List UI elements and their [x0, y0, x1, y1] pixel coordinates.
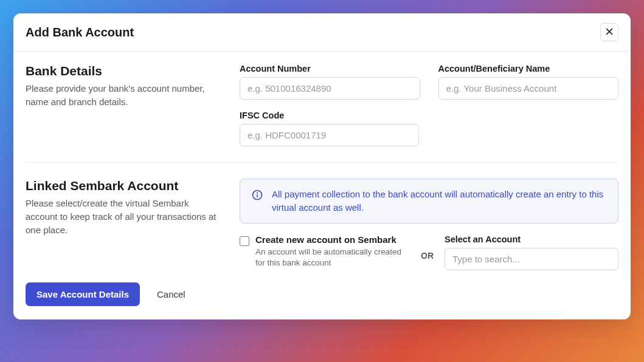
bank-details-section: Bank Details Please provide your bank's … — [26, 64, 618, 163]
close-button[interactable] — [600, 23, 618, 41]
add-bank-account-modal: Add Bank Account Bank Details Please pro… — [13, 13, 631, 319]
ifsc-label: IFSC Code — [240, 111, 419, 120]
save-button[interactable]: Save Account Details — [26, 282, 140, 306]
modal-body: Bank Details Please provide your bank's … — [13, 52, 631, 282]
select-account-input[interactable] — [445, 248, 618, 270]
svg-rect-2 — [257, 194, 258, 197]
linked-account-section: Linked Sembark Account Please select/cre… — [26, 179, 618, 282]
select-account-label: Select an Account — [445, 234, 618, 244]
bank-details-title: Bank Details — [26, 64, 220, 78]
create-account-label: Create new account on Sembark — [255, 234, 410, 245]
create-account-checkbox[interactable] — [240, 236, 249, 246]
ifsc-input[interactable] — [240, 124, 419, 146]
modal-footer: Save Account Details Cancel — [13, 282, 631, 319]
modal-header: Add Bank Account — [13, 13, 631, 52]
info-text: All payment collection to the bank accou… — [272, 188, 607, 214]
linked-title: Linked Sembark Account — [26, 179, 220, 193]
cancel-button[interactable]: Cancel — [157, 289, 185, 299]
bank-details-desc: Please provide your bank's account numbe… — [26, 82, 220, 109]
info-banner: All payment collection to the bank accou… — [240, 179, 618, 224]
modal-title: Add Bank Account — [26, 26, 134, 39]
linked-desc: Please select/create the virtual Sembark… — [26, 197, 220, 236]
beneficiary-name-input[interactable] — [438, 77, 619, 100]
close-icon — [605, 27, 614, 38]
account-number-input[interactable] — [240, 77, 420, 100]
account-number-label: Account Number — [240, 64, 420, 73]
create-account-sub: An account will be automatically created… — [255, 247, 410, 268]
svg-point-1 — [257, 193, 258, 194]
info-icon — [251, 189, 263, 201]
or-separator: OR — [421, 244, 434, 261]
beneficiary-name-label: Account/Beneficiary Name — [438, 64, 619, 73]
